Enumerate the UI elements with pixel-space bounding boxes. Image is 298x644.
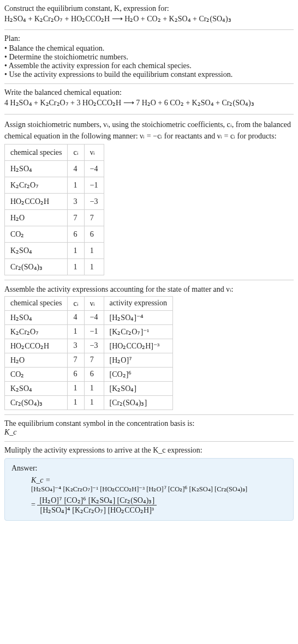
answer-product-line: [H₂SO₄]⁻⁴ [K₂Cr₂O₇]⁻¹ [HO₂CCO₂H]⁻³ [H₂O]…	[31, 485, 287, 493]
kc-text: The equilibrium constant symbol in the c…	[4, 419, 294, 428]
table-row: K₂SO₄ 1 1 [K₂SO₄]	[5, 381, 173, 395]
table-row: H₂SO₄ 4 −4 [H₂SO₄]⁻⁴	[5, 310, 173, 324]
plan-heading: Plan:	[4, 34, 294, 43]
cell: 4	[68, 160, 84, 177]
table-row: Cr₂(SO₄)₃ 1 1 [Cr₂(SO₄)₃]	[5, 395, 173, 410]
cell: K₂SO₄	[5, 242, 68, 258]
answer-label: Answer:	[11, 464, 287, 473]
cell: −1	[84, 177, 104, 193]
cell: [Cr₂(SO₄)₃]	[104, 395, 172, 410]
plan-item: Use the activity expressions to build th…	[4, 70, 294, 79]
col-activity: activity expression	[104, 296, 172, 310]
title-equation: H₂SO₄ + K₂Cr₂O₇ + HO₂CCO₂H ⟶ H₂O + CO₂ +…	[4, 13, 294, 25]
cell: −4	[84, 310, 104, 324]
cell: Cr₂(SO₄)₃	[5, 395, 68, 410]
cell: −3	[84, 339, 104, 353]
kc-symbol-block: The equilibrium constant symbol in the c…	[4, 419, 294, 437]
cell: 7	[84, 209, 104, 226]
plan-block: Plan: Balance the chemical equation. Det…	[4, 34, 294, 79]
table-row: H₂SO₄ 4 −4	[5, 160, 104, 177]
table-row: K₂Cr₂O₇ 1 −1	[5, 177, 104, 193]
cell: 1	[68, 258, 84, 275]
cell: 1	[68, 324, 84, 339]
cell: HO₂CCO₂H	[5, 193, 68, 209]
cell: 1	[84, 381, 104, 395]
cell: 1	[84, 258, 104, 275]
col-nui: νᵢ	[84, 144, 104, 160]
cell: −4	[84, 160, 104, 177]
col-species: chemical species	[5, 144, 68, 160]
cell: Cr₂(SO₄)₃	[5, 258, 68, 275]
fraction-denominator: [H₂SO₄]⁴ [K₂Cr₂O₇] [HO₂CCO₂H]³	[37, 505, 157, 515]
stoich-table-2: chemical species cᵢ νᵢ activity expressi…	[4, 296, 173, 410]
col-ci: cᵢ	[68, 296, 84, 310]
cell: K₂SO₄	[5, 381, 68, 395]
cell: [K₂Cr₂O₇]⁻¹	[104, 324, 172, 339]
cell: 1	[68, 395, 84, 410]
cell: H₂O	[5, 209, 68, 226]
assign-block: Assign stoichiometric numbers, νᵢ, using…	[4, 119, 294, 275]
table-row: K₂Cr₂O₇ 1 −1 [K₂Cr₂O₇]⁻¹	[5, 324, 173, 339]
answer-content: K_c = [H₂SO₄]⁻⁴ [K₂Cr₂O₇]⁻¹ [HO₂CCO₂H]⁻³…	[11, 476, 287, 515]
table-row: Cr₂(SO₄)₃ 1 1	[5, 258, 104, 275]
cell: H₂SO₄	[5, 160, 68, 177]
cell: CO₂	[5, 226, 68, 242]
divider	[4, 441, 294, 442]
cell: H₂SO₄	[5, 310, 68, 324]
balanced-equation: 4 H₂SO₄ + K₂Cr₂O₇ + 3 HO₂CCO₂H ⟶ 7 H₂O +…	[4, 97, 294, 109]
cell: [CO₂]⁶	[104, 367, 172, 381]
cell: 7	[68, 353, 84, 367]
cell: K₂Cr₂O₇	[5, 177, 68, 193]
assign-text: Assign stoichiometric numbers, νᵢ, using…	[4, 119, 294, 142]
col-nui: νᵢ	[84, 296, 104, 310]
plan-item: Assemble the activity expression for eac…	[4, 62, 294, 70]
table-row: CO₂ 6 6	[5, 226, 104, 242]
cell: −3	[84, 193, 104, 209]
cell: [H₂SO₄]⁻⁴	[104, 310, 172, 324]
col-species: chemical species	[5, 296, 68, 310]
divider	[4, 29, 294, 30]
cell: 3	[68, 339, 84, 353]
stoich-table-1: chemical species cᵢ νᵢ H₂SO₄ 4 −4 K₂Cr₂O…	[4, 144, 104, 275]
multiply-block: Mulitply the activity expressions to arr…	[4, 446, 294, 521]
cell: 1	[68, 381, 84, 395]
divider	[4, 83, 294, 84]
table-row: H₂O 7 7	[5, 209, 104, 226]
assemble-block: Assemble the activity expressions accoun…	[4, 285, 294, 410]
assemble-text: Assemble the activity expressions accoun…	[4, 285, 294, 294]
table-row: HO₂CCO₂H 3 −3	[5, 193, 104, 209]
balanced-block: Write the balanced chemical equation: 4 …	[4, 88, 294, 109]
fraction-numerator: [H₂O]⁷ [CO₂]⁶ [K₂SO₄] [Cr₂(SO₄)₃]	[37, 496, 157, 505]
table-row: K₂SO₄ 1 1	[5, 242, 104, 258]
cell: 1	[68, 177, 84, 193]
cell: [K₂SO₄]	[104, 381, 172, 395]
divider	[4, 280, 294, 280]
cell: 1	[84, 395, 104, 410]
title-block: Construct the equilibrium constant, K, e…	[4, 4, 294, 25]
cell: [H₂O]⁷	[104, 353, 172, 367]
title-text: Construct the equilibrium constant, K, e…	[4, 4, 294, 13]
cell: 1	[68, 242, 84, 258]
col-ci: cᵢ	[68, 144, 84, 160]
cell: H₂O	[5, 353, 68, 367]
cell: 6	[84, 226, 104, 242]
cell: 6	[84, 367, 104, 381]
cell: 6	[68, 367, 84, 381]
equals-sign: =	[31, 501, 35, 509]
plan-item: Balance the chemical equation.	[4, 44, 294, 53]
table-header-row: chemical species cᵢ νᵢ	[5, 144, 104, 160]
cell: CO₂	[5, 367, 68, 381]
kc-symbol: K_c	[4, 428, 17, 436]
balanced-heading: Write the balanced chemical equation:	[4, 88, 294, 97]
divider	[4, 414, 294, 415]
cell: K₂Cr₂O₇	[5, 324, 68, 339]
kc-equals: K_c =	[31, 476, 51, 484]
cell: 4	[68, 310, 84, 324]
answer-fraction: [H₂O]⁷ [CO₂]⁶ [K₂SO₄] [Cr₂(SO₄)₃] [H₂SO₄…	[37, 496, 157, 515]
cell: 7	[68, 209, 84, 226]
cell: 3	[68, 193, 84, 209]
table-row: CO₂ 6 6 [CO₂]⁶	[5, 367, 173, 381]
multiply-text: Mulitply the activity expressions to arr…	[4, 446, 294, 455]
cell: [HO₂CCO₂H]⁻³	[104, 339, 172, 353]
table-row: HO₂CCO₂H 3 −3 [HO₂CCO₂H]⁻³	[5, 339, 173, 353]
